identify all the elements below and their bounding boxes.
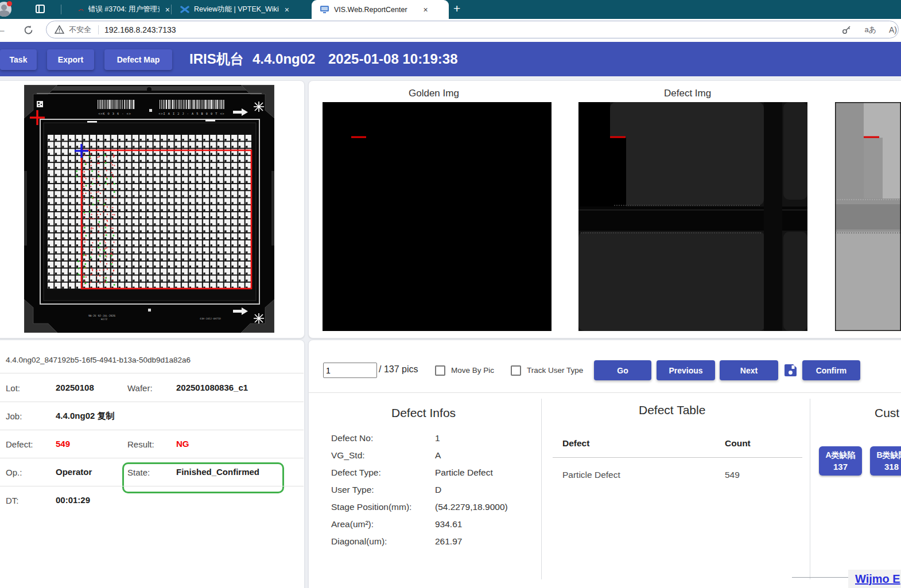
- notification-dot: [7, 1, 12, 6]
- wafer-stamp-1: 9B-2E 92-JUL-2026: [88, 314, 115, 317]
- info-label: Defect No:: [331, 433, 373, 443]
- datetime-title: 2025-01-08 10:19:38: [328, 42, 458, 76]
- divider: [810, 399, 810, 579]
- next-button[interactable]: Next: [720, 360, 778, 380]
- tab-close-icon[interactable]: ×: [165, 5, 170, 14]
- machine-title: IRIS机台: [189, 42, 244, 76]
- save-icon[interactable]: [784, 364, 797, 377]
- info-value: 934.61: [435, 519, 462, 529]
- tab-title: VIS.Web.ReportCenter: [334, 6, 407, 14]
- not-secure-warning-icon: [55, 25, 64, 34]
- vptek-favicon: [180, 6, 189, 14]
- cust-panel-title: Cust: [875, 406, 899, 420]
- golden-image: [323, 102, 552, 331]
- divider: [541, 399, 542, 579]
- wafer-stamp-2: HJ72: [101, 318, 107, 321]
- badge-count: 137: [819, 462, 862, 472]
- defect-img-title: Defect Img: [664, 88, 711, 99]
- lot-label: Lot:: [6, 383, 20, 393]
- reportcenter-favicon: [320, 5, 329, 14]
- track-user-type-checkbox[interactable]: [511, 365, 521, 376]
- class-a-defect-badge[interactable]: A类缺陷 137: [819, 446, 862, 476]
- tab-close-icon[interactable]: ×: [285, 5, 289, 14]
- info-value: 1: [435, 433, 440, 443]
- result-label: Result:: [127, 439, 154, 449]
- previous-button[interactable]: Previous: [657, 360, 715, 380]
- divider: [0, 373, 304, 373]
- task-button[interactable]: Task: [0, 49, 37, 70]
- redmine-favicon: [78, 5, 84, 14]
- divider: [0, 486, 304, 486]
- page-number-input[interactable]: [323, 363, 377, 378]
- defect-image: [578, 102, 807, 331]
- tab-title: Review功能 | VPTEK_Wiki: [194, 5, 279, 14]
- job-title: 4.4.0ng02: [253, 42, 315, 76]
- workspaces-icon[interactable]: [36, 5, 45, 13]
- back-icon[interactable]: ←: [0, 24, 6, 36]
- bright-image-partial: [835, 102, 901, 331]
- confirm-button[interactable]: Confirm: [802, 360, 860, 380]
- go-button[interactable]: Go: [594, 360, 651, 380]
- tab-separator: [171, 5, 172, 14]
- wafer-stamp-3: 43H-2A52-8975D: [200, 317, 221, 320]
- app-header: Task Export Defect Map IRIS机台 4.4.0ng02 …: [0, 42, 901, 76]
- read-aloud-icon[interactable]: A): [889, 25, 897, 34]
- track-user-type-label: Track User Type: [527, 366, 583, 375]
- info-value: A: [435, 450, 441, 461]
- move-by-pic-label: Move By Pic: [451, 366, 494, 375]
- job-label: Job:: [6, 411, 22, 421]
- wafer-uid: 4.4.0ng02_847192b5-16f5-4941-b13a-50db9d…: [6, 356, 191, 364]
- screen: 错误 #3704: 用户管理查询，建议 × Review功能 | VPTEK_W…: [0, 0, 901, 588]
- security-label[interactable]: 不安全: [69, 25, 91, 35]
- badge-label: A类缺陷: [819, 450, 862, 461]
- op-label: Op.:: [6, 468, 22, 477]
- tab-title: 错误 #3704: 用户管理查询，建议: [88, 5, 160, 14]
- defect-map-button[interactable]: Defect Map: [104, 49, 172, 70]
- star-top-icon: [254, 102, 264, 112]
- translate-icon[interactable]: aあ: [864, 25, 876, 35]
- divider: [309, 392, 901, 393]
- tab-reportcenter-active[interactable]: VIS.Web.ReportCenter ×: [312, 0, 449, 19]
- table-row-defect[interactable]: Particle Defect: [562, 470, 620, 480]
- info-label: VG_Std:: [331, 450, 365, 461]
- defect-col-header: Defect: [562, 438, 589, 449]
- refresh-icon[interactable]: [23, 25, 34, 36]
- defect-count-value: 549: [56, 439, 70, 449]
- info-value: 261.97: [435, 536, 462, 547]
- avatar-body: [0, 10, 10, 17]
- new-tab-button[interactable]: +: [453, 2, 460, 15]
- defect-table-title: Defect Table: [639, 403, 705, 417]
- info-label: Area(um²):: [331, 519, 374, 529]
- wafer-map-image[interactable]: <>K O 3 6 - <> <>I A I 2 J - A 5 B 0 0 T…: [24, 85, 274, 333]
- address-input[interactable]: 不安全 192.168.8.243:7133 aあ A): [46, 21, 899, 38]
- address-bar: ← 不安全 192.168.8.243:7133 aあ A): [0, 19, 901, 42]
- defect-label: Defect:: [6, 439, 33, 449]
- info-label: Stage Position(mm):: [331, 502, 411, 512]
- divider: [0, 430, 304, 430]
- divider: [0, 458, 304, 458]
- badge-count: 318: [870, 462, 901, 472]
- table-row-count[interactable]: 549: [725, 470, 740, 480]
- tab-wiki[interactable]: Review功能 | VPTEK_Wiki ×: [172, 0, 310, 19]
- defect-infos-title: Defect Infos: [391, 406, 456, 420]
- state-value: Finished_Confirmed: [176, 467, 259, 477]
- export-button[interactable]: Export: [47, 49, 94, 70]
- move-by-pic-checkbox[interactable]: [435, 365, 445, 376]
- pics-total-label: / 137 pics: [379, 364, 418, 375]
- state-label: State:: [127, 468, 150, 477]
- count-col-header: Count: [725, 438, 751, 449]
- info-label: User Type:: [331, 485, 374, 495]
- class-b-defect-badge[interactable]: B类缺陷 318: [870, 446, 901, 476]
- wijmo-link[interactable]: Wijmo E: [855, 573, 900, 586]
- info-value: Particle Defect: [435, 468, 493, 478]
- badge-label: B类缺陷: [870, 450, 901, 461]
- tab-close-icon[interactable]: ×: [424, 5, 428, 14]
- tab-redmine[interactable]: 错误 #3704: 用户管理查询，建议 ×: [68, 0, 170, 19]
- password-key-icon[interactable]: [841, 25, 852, 35]
- url-text[interactable]: 192.168.8.243:7133: [104, 25, 176, 34]
- job-value: 4.4.0ng02 复制: [56, 411, 115, 422]
- info-label: Defect Type:: [331, 468, 381, 478]
- wafer-label: Wafer:: [127, 383, 153, 393]
- op-value: Operator: [56, 467, 92, 477]
- browser-tab-bar: 错误 #3704: 用户管理查询，建议 × Review功能 | VPTEK_W…: [0, 0, 901, 19]
